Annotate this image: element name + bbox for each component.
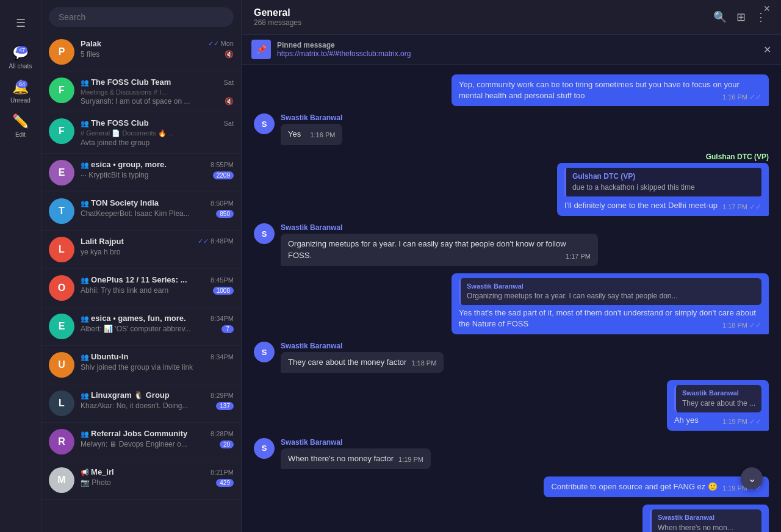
chat-name-row: Lalit Rajput ✓✓ 8:48PM bbox=[81, 237, 234, 246]
message-item: Swastik Baranwal When there's no mon... … bbox=[254, 505, 769, 532]
chat-list-item[interactable]: M 📢 Me_irl 8:21PM 📷 Photo 429 bbox=[41, 461, 241, 500]
mute-icon: 🔇 bbox=[225, 50, 234, 59]
pinned-message-bar: 📌 Pinned message https://matrix.to/#/#th… bbox=[242, 35, 781, 65]
chat-info: 👥 The FOSS Club Sat # General 📄 Document… bbox=[81, 118, 234, 147]
chat-time: 8:55PM bbox=[211, 161, 234, 168]
chat-name: 👥 Linuxgram 🐧 Group bbox=[81, 390, 170, 400]
chat-time: Sat bbox=[223, 79, 234, 86]
chat-preview: Shiv joined the group via invite link bbox=[81, 363, 193, 372]
chat-meta-row: 📷 Photo 429 bbox=[81, 478, 234, 487]
message-content: Swastik Baranwal When there's no mon... … bbox=[642, 505, 769, 532]
hamburger-menu-button[interactable]: ☰ bbox=[6, 9, 35, 38]
unread-badge: 7 bbox=[221, 325, 234, 333]
chat-list-item[interactable]: E 👥 esica • group, more. 8:55PM ··· Kryp… bbox=[41, 154, 241, 192]
chat-list-item[interactable]: T 👥 TON Society India 8:50PM ChatKeeperB… bbox=[41, 192, 241, 231]
chat-list-item[interactable]: O 👥 OnePlus 12 / 11 Series: ... 8:45PM A… bbox=[41, 269, 241, 307]
chat-name: 📢 Me_irl bbox=[81, 467, 114, 476]
chat-preview: ye kya h bro bbox=[81, 248, 120, 256]
chat-time: ✓✓ Mon bbox=[208, 40, 234, 48]
chat-name-row: 👥 Ubuntu-In 8:34PM bbox=[81, 352, 234, 361]
search-button[interactable]: 🔍 bbox=[711, 8, 729, 26]
layout-button[interactable]: ⊞ bbox=[734, 8, 748, 26]
chat-list-item[interactable]: R 👥 Referral Jobs Community 8:28PM Melwy… bbox=[41, 423, 241, 461]
message-item: Swastik Baranwal Organizing meetups for … bbox=[254, 273, 769, 335]
message-avatar: S bbox=[254, 223, 275, 244]
chat-name-row: 👥 The FOSS Club Team Sat bbox=[81, 77, 234, 87]
quote-sender: Gulshan DTC (VP) bbox=[572, 171, 755, 182]
message-time: 1:16 PM ✓✓ bbox=[722, 92, 761, 102]
chat-meta-row: Avta joined the group bbox=[81, 138, 234, 147]
chat-list-panel: P Palak ✓✓ Mon 5 files 🔇 F bbox=[41, 0, 242, 532]
read-check-icon: ✓✓ bbox=[198, 237, 211, 245]
all-chats-button[interactable]: 💬 47 All chats bbox=[6, 43, 35, 72]
message-text: Ah yes bbox=[674, 415, 699, 425]
chat-name-row: 👥 Linuxgram 🐧 Group 8:29PM bbox=[81, 390, 234, 400]
message-text: I'll definitely come to the next Delhi m… bbox=[564, 201, 718, 210]
message-text: Organizing meetups for a year. I can eas… bbox=[288, 239, 566, 259]
chat-list-item[interactable]: U 👥 Ubuntu-In 8:34PM Shiv joined the gro… bbox=[41, 346, 241, 384]
chat-meta-row: Melwyn: 🖥 Devops Engineer o... 20 bbox=[81, 440, 234, 448]
reply-sender: Swastik Baranwal bbox=[682, 389, 755, 398]
message-time: 1:18 PM bbox=[411, 359, 436, 368]
unread-badge: 429 bbox=[216, 479, 234, 487]
unread-badge: 20 bbox=[220, 440, 234, 448]
chat-info: Palak ✓✓ Mon 5 files 🔇 bbox=[81, 39, 234, 59]
window-close-button[interactable]: ✕ bbox=[753, 0, 781, 17]
chat-name-row: 👥 TON Society India 8:50PM bbox=[81, 198, 234, 207]
quote-block: Gulshan DTC (VP) due to a hackathon i sk… bbox=[564, 168, 761, 197]
edit-button[interactable]: ✏️ Edit bbox=[6, 111, 35, 140]
chat-preview: Suryansh: I am out of space on ... bbox=[81, 97, 190, 106]
double-check-icon: ✓✓ bbox=[749, 203, 761, 211]
chat-time: 8:34PM bbox=[211, 315, 234, 322]
message-text: Yes bbox=[288, 129, 301, 138]
chat-list-item[interactable]: E 👥 esica • games, fun, more. 8:34PM Alb… bbox=[41, 307, 241, 346]
group-icon: 👥 bbox=[81, 79, 91, 86]
message-bubble: Swastik Baranwal Organizing meetups for … bbox=[452, 273, 769, 335]
quote-text: due to a hackathon i skipped this time bbox=[572, 182, 755, 193]
message-time: 1:17 PM bbox=[566, 252, 591, 261]
message-content: Gulshan DTC (VP) Gulshan DTC (VP) due to… bbox=[557, 153, 769, 217]
chat-avatar: F bbox=[49, 77, 74, 103]
chat-preview: Melwyn: 🖥 Devops Engineer o... bbox=[81, 440, 187, 448]
chat-list-item[interactable]: F 👥 The FOSS Club Sat # General 📄 Docume… bbox=[41, 112, 241, 154]
message-time: 1:19 PM bbox=[398, 455, 423, 464]
message-item: Swastik Baranwal They care about the ...… bbox=[254, 380, 769, 430]
chat-info: Lalit Rajput ✓✓ 8:48PM ye kya h bro bbox=[81, 237, 234, 256]
message-bubble: Gulshan DTC (VP) due to a hackathon i sk… bbox=[557, 163, 769, 217]
pinned-avatar-icon: 📌 bbox=[251, 40, 271, 59]
chat-avatar: O bbox=[49, 275, 74, 301]
chat-info: 👥 The FOSS Club Team Sat Meetings & Disc… bbox=[81, 77, 234, 106]
chat-header-info: General 268 messages bbox=[254, 7, 704, 27]
chat-list-item[interactable]: P Palak ✓✓ Mon 5 files 🔇 bbox=[41, 33, 241, 71]
chat-list-item[interactable]: F 👥 The FOSS Club Team Sat Meetings & Di… bbox=[41, 71, 241, 112]
message-bubble: They care about the money factor 1:18 PM bbox=[281, 352, 444, 373]
chat-avatar: E bbox=[49, 160, 74, 185]
search-input[interactable] bbox=[49, 7, 234, 27]
chat-name: Palak bbox=[81, 39, 101, 48]
mute-icon: 🔇 bbox=[225, 97, 234, 106]
chat-meta-row: Abhii: Try this link and earn 1008 bbox=[81, 286, 234, 295]
message-sender: Swastik Baranwal bbox=[281, 223, 598, 232]
reply-text: Organizing meetups for a year. I can eas… bbox=[467, 291, 755, 301]
unread-badge: 2209 bbox=[213, 171, 234, 179]
chat-list-item[interactable]: L Lalit Rajput ✓✓ 8:48PM ye kya h bro bbox=[41, 231, 241, 269]
message-bubble: Yep, community work can be too tiring so… bbox=[452, 74, 769, 106]
chat-info: 👥 Referral Jobs Community 8:28PM Melwyn:… bbox=[81, 429, 234, 448]
message-text: Yep, community work can be too tiring so… bbox=[459, 80, 740, 100]
message-text: Contribute to open source and get FANG e… bbox=[551, 482, 718, 491]
message-content: Swastik Baranwal They care about the mon… bbox=[281, 342, 444, 373]
pinned-text[interactable]: https://matrix.to/#/#thefossclub:matrix.… bbox=[277, 49, 757, 58]
chat-name-row: 👥 esica • group, more. 8:55PM bbox=[81, 160, 234, 169]
chat-name: 👥 esica • group, more. bbox=[81, 160, 167, 169]
chat-list-item[interactable]: L 👥 Linuxgram 🐧 Group 8:29PM KhazAkar: N… bbox=[41, 384, 241, 423]
group-icon: 👥 bbox=[81, 161, 91, 168]
unread-button[interactable]: 🔔 64 Unread bbox=[6, 77, 35, 106]
group-icon: 👥 bbox=[81, 315, 91, 322]
chat-preview: Abhii: Try this link and earn bbox=[81, 286, 168, 295]
message-bubble: Contribute to open source and get FANG e… bbox=[544, 476, 769, 497]
scroll-to-bottom-button[interactable]: ⌄ bbox=[741, 467, 763, 489]
pinned-close-button[interactable]: ✕ bbox=[763, 44, 771, 56]
chat-name: 👥 TON Society India bbox=[81, 198, 159, 207]
reply-text: They care about the ... bbox=[682, 398, 755, 409]
chat-name-row: 👥 esica • games, fun, more. 8:34PM bbox=[81, 314, 234, 323]
